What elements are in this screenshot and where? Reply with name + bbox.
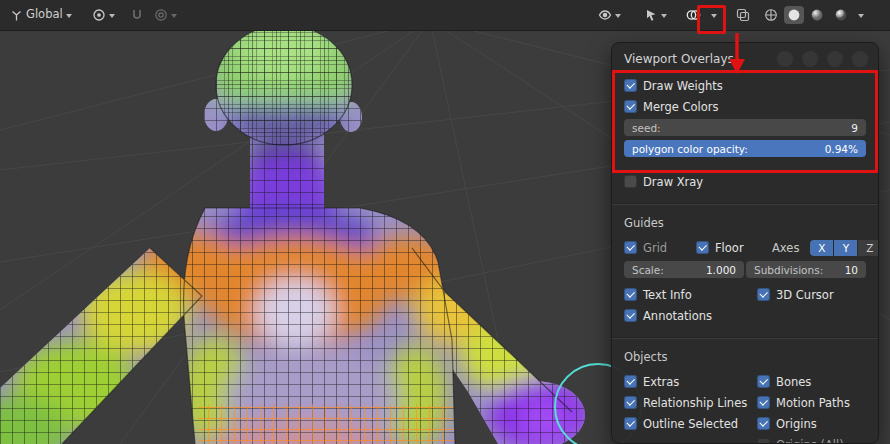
guides-row-grid: Grid Floor Axes X Y Z [624,237,866,258]
overlays-toggle-button[interactable] [682,5,705,25]
axes-label: Axes [772,241,799,255]
merge-colors-label: Merge Colors [643,100,719,114]
draw-xray-toggle[interactable]: Draw Xray [624,171,866,192]
checkbox-checked-icon[interactable] [757,396,770,409]
polygon-color-opacity-slider[interactable]: polygon color opacity: 0.94% [624,140,866,157]
checkbox-unchecked-icon[interactable] [757,438,770,444]
checkbox-checked-icon[interactable] [696,241,709,254]
xray-toggle-button[interactable] [732,5,754,25]
checkbox-checked-icon[interactable] [757,417,770,430]
overlays-dropdown-button[interactable] [707,9,721,21]
subdivisions-field[interactable]: Subdivisions: 10 [746,261,866,278]
annotations-toggle[interactable]: Annotations [624,305,866,326]
chevron-down-icon [858,14,864,18]
chevron-down-icon [711,14,717,18]
pivot-point-icon [92,8,106,22]
origins-toggle[interactable]: Origins [757,417,817,431]
checkbox-checked-icon[interactable] [757,375,770,388]
shading-wireframe-button[interactable] [760,5,782,25]
3d-cursor-toggle[interactable]: 3D Cursor [757,288,834,302]
object-visibility-dropdown[interactable] [594,5,625,25]
motion-paths-toggle[interactable]: Motion Paths [757,396,850,410]
text-info-toggle[interactable]: Text Info [624,288,751,302]
axis-z-button[interactable]: Z [858,240,879,256]
xray-icon [736,8,750,22]
scale-value: 1.000 [706,264,736,276]
text-info-label: Text Info [643,288,692,302]
orientation-axes-icon [10,9,23,22]
shading-dropdown-button[interactable] [854,9,868,21]
origins-all-toggle[interactable]: Origins (All) [757,438,844,444]
objects-row-1: Extras Bones [624,371,866,392]
section-divider [612,337,878,339]
checkbox-checked-icon[interactable] [624,375,637,388]
outline-selected-label: Outline Selected [643,417,738,431]
objects-row-3: Outline Selected Origins [624,413,866,434]
viewport-overlays-popover: Viewport Overlays Draw Weights Merge Col… [611,42,879,444]
origins-label: Origins [776,417,817,431]
outline-selected-toggle[interactable]: Outline Selected [624,417,751,431]
checkbox-checked-icon[interactable] [624,396,637,409]
axis-y-button[interactable]: Y [834,240,857,256]
checkbox-unchecked-icon[interactable] [624,175,637,188]
gizmos-dropdown[interactable] [640,5,671,25]
checkbox-checked-icon[interactable] [624,100,637,113]
overlays-icon [686,8,701,22]
checkbox-checked-icon[interactable] [624,309,637,322]
draw-weights-toggle[interactable]: Draw Weights [624,75,866,96]
grid-scale-field[interactable]: Scale: 1.000 [624,261,744,278]
chevron-down-icon [66,14,72,18]
guides-section-title: Guides [624,215,866,231]
chevron-down-icon [661,14,667,18]
checkbox-checked-icon[interactable] [757,288,770,301]
opacity-label: polygon color opacity: [632,143,748,155]
pivot-point-dropdown[interactable] [88,5,119,25]
draw-xray-label: Draw Xray [643,175,703,189]
axis-x-button[interactable]: X [810,240,833,256]
checkbox-checked-icon[interactable] [624,288,637,301]
wireframe-sphere-icon [764,8,778,22]
merge-colors-toggle[interactable]: Merge Colors [624,96,866,117]
objects-row-2: Relationship Lines Motion Paths [624,392,866,413]
objects-section-title: Objects [624,349,866,365]
subdivisions-value: 10 [845,264,858,276]
extras-label: Extras [643,375,679,389]
grid-toggle[interactable]: Grid [624,241,690,255]
subdivisions-label: Subdivisions: [754,264,823,276]
proportional-edit-dropdown[interactable] [150,5,181,25]
rendered-sphere-icon [834,8,848,22]
relationship-lines-toggle[interactable]: Relationship Lines [624,396,751,410]
snap-toggle-button[interactable] [126,5,148,25]
draw-weights-label: Draw Weights [643,79,723,93]
scale-label: Scale: [632,264,664,276]
extras-toggle[interactable]: Extras [624,375,751,389]
axes-toggle-group: X Y Z [810,240,879,256]
bones-toggle[interactable]: Bones [757,375,811,389]
shading-solid-button[interactable] [784,6,804,24]
checkbox-checked-icon[interactable] [624,417,637,430]
seed-label: seed: [632,122,661,134]
checkbox-checked-icon[interactable] [624,79,637,92]
section-divider [612,203,878,205]
orientation-label: Global [26,9,63,21]
magnet-icon [130,8,144,22]
seed-field[interactable]: seed: 9 [624,119,866,136]
material-sphere-icon [810,8,824,22]
chevron-down-icon [171,14,177,18]
proportional-edit-icon [154,8,168,22]
visibility-icon [598,8,612,22]
grid-label: Grid [643,241,667,255]
shading-material-button[interactable] [806,5,828,25]
shading-rendered-button[interactable] [830,5,852,25]
bones-label: Bones [776,375,811,389]
guides-row-info: Text Info 3D Cursor [624,284,866,305]
checkbox-checked-icon[interactable] [624,241,637,254]
objects-row-4: Origins (All) [624,434,866,444]
floor-toggle[interactable]: Floor [696,241,766,255]
transform-orientation-dropdown[interactable]: Global [6,6,76,25]
viewport-header: Global [0,0,890,31]
chevron-down-icon [109,14,115,18]
motion-paths-label: Motion Paths [776,396,850,410]
navigation-gizmo-ghosts [777,51,868,67]
floor-label: Floor [715,241,744,255]
